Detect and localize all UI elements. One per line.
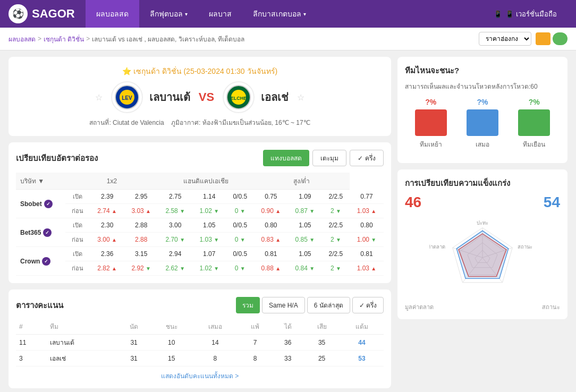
odds-hcap-low-open: 0.75 [254, 190, 288, 204]
radar-chart: ปะทะ สถานะ มูลค่าตลาด [405, 215, 560, 300]
predict-away-bar [518, 109, 550, 136]
company-badge: ✓ [43, 228, 52, 237]
chevron-down-icon-2: ▾ [303, 11, 306, 17]
pts-cell: 53 [340, 351, 384, 367]
predict-home: ?% ทีมเหย้า [415, 98, 447, 149]
tab-last6[interactable]: 6 นัดล่าสุด [307, 297, 350, 313]
predict-away-label: ทีมเยือน [523, 139, 545, 149]
odds-h3-open: 2.75 [158, 190, 192, 204]
odds-hl2-open: 0.77 [350, 190, 384, 204]
svg-text:ปะทะ: ปะทะ [477, 220, 488, 226]
match-info: สถานที่: Ciutat de Valencia ภูมิอากาศ: ท… [17, 117, 383, 127]
away-star-icon[interactable]: ☆ [297, 92, 304, 103]
strength-left-num: 46 [405, 194, 421, 211]
odds-h2-open: 2.88 [124, 218, 158, 233]
mobile-icon: 📱 [494, 10, 502, 18]
strength-card: การเปรียบเทียบความแข็งแกร่ง 46 54 [397, 169, 567, 319]
lost-cell: 7 [238, 335, 272, 351]
odds-hl1-open: 1.05 [288, 218, 322, 233]
odds-h1-close: 2.82 ▲ [90, 261, 124, 276]
row-close-label: ก่อน [65, 261, 90, 276]
odds-hcap-line-close: 0 ▼ [226, 233, 254, 247]
main-content: ⭐ เซกุนด้า ดิวิชั่น (25-03-2024 01:30 วั… [0, 50, 576, 392]
nav-item-live[interactable]: ผลบอลสด [86, 0, 139, 28]
corner-button[interactable]: เตะมุม [312, 150, 346, 166]
odds-hcap-low-close: 0.90 ▲ [254, 204, 288, 218]
home-team-side: LEV เลบานเต้ [111, 81, 190, 113]
col-team: ทีม [47, 319, 117, 335]
logo-text: SAGOR [32, 7, 75, 21]
pts-cell: 44 [340, 335, 384, 351]
gf-cell: 36 [272, 335, 303, 351]
odds-h3-close: 2.70 ▼ [158, 233, 192, 247]
breadcrumb-home[interactable]: ผลบอลสด [9, 34, 36, 44]
toggle-btn-green[interactable] [553, 32, 567, 45]
predict-home-bar [415, 109, 447, 136]
odds-hcap-low-open: 0.81 [254, 247, 288, 261]
odds-hcap-line-close: 0 ▼ [226, 261, 254, 276]
odds-h1-open: 2.36 [90, 247, 124, 261]
show-all: แสดงอันดับคะแนนทั้งหมด > [16, 371, 384, 381]
played-cell: 31 [117, 351, 151, 367]
rank-cell: 3 [16, 351, 47, 367]
match-weather: ท้องฟ้ามีเมฆเป็นส่วนน้อย, 16℃ ~ 17℃ [202, 119, 310, 126]
predict-draw: ?% เสมอ [467, 98, 498, 149]
odds-h3-open: 2.94 [158, 247, 192, 261]
svg-text:มูลค่าตลาด: มูลค่าตลาด [429, 244, 445, 250]
tab-same-ha[interactable]: Same H/A [262, 297, 305, 313]
odds-hcap-line-open: 0/0.5 [226, 218, 254, 233]
predict-draw-bar [467, 109, 498, 136]
half-button[interactable]: ✓ ครึ่ง [350, 150, 384, 166]
lost-cell: 8 [238, 351, 272, 367]
odds-hcap-open: 1.05 [192, 218, 226, 233]
breadcrumb: ผลบอลสด > เซกุนด้า ดิวิชั่น > เลบานเต้ v… [9, 34, 244, 44]
price-select[interactable]: ราคาฮ่องกง [479, 32, 531, 46]
standings-tabs: รวม Same H/A 6 นัดล่าสุด ✓ ครึ่ง [236, 297, 384, 313]
odds-h1-close: 2.74 ▲ [90, 204, 124, 218]
odds-hl-line-open: 2/2.5 [322, 190, 350, 204]
predict-bars: ?% ทีมเหย้า ?% เสมอ ?% ทีมเยือน [405, 98, 560, 149]
home-star-icon[interactable]: ☆ [95, 92, 103, 103]
nav-item-basketball[interactable]: ผลบาส [198, 0, 242, 28]
odds-buttons: แทงบอลสด เตะมุม ✓ ครึ่ง [263, 150, 384, 166]
match-teams: ☆ LEV เลบานเต้ VS เอลเช่ [17, 81, 383, 113]
odds-hcap-open: 1.14 [192, 190, 226, 204]
nav-item-basketball-league[interactable]: ลีกบาสเกตบอล ▾ [242, 0, 317, 28]
league-name: เซกุนด้า ดิวิชั่น [133, 67, 182, 75]
nav-item-mobile[interactable]: 📱 📱 เวอร์ชั่นมือถือ [483, 0, 567, 28]
odds-section: เปรียบเทียบอัตราต่อรอง แทงบอลสด เตะมุม ✓… [9, 142, 391, 283]
col-1x2: 1x2 [65, 173, 158, 190]
col-drawn: เสมอ [192, 319, 239, 335]
odds-h2-close: 2.88 [124, 233, 158, 247]
tab-half[interactable]: ✓ ครึ่ง [352, 297, 384, 313]
col-played: นัด [117, 319, 151, 335]
show-all-link[interactable]: แสดงอันดับคะแนนทั้งหมด > [161, 372, 239, 380]
predict-away-pct: ?% [529, 98, 540, 106]
tab-all[interactable]: รวม [236, 297, 260, 313]
away-team-name: เอลเช่ [261, 89, 289, 106]
radar-label-center: สถานะ [542, 302, 560, 312]
odds-hl2-open: 0.81 [350, 247, 384, 261]
odds-title: เปรียบเทียบอัตราต่อรอง [16, 152, 98, 165]
predict-draw-pct: ?% [477, 98, 488, 106]
odds-hl-line-open: 2/2.5 [322, 218, 350, 233]
toggle-btn-orange[interactable] [536, 32, 550, 45]
col-company: บริษัท ▼ [16, 173, 65, 190]
predict-subtitle: สามารถเห็นผลและจำนวนโหวตหลังการโหวต:60 [405, 81, 560, 91]
odds-hcap-low-close: 0.88 ▲ [254, 261, 288, 276]
odds-hl-line-close: 2 ▼ [322, 261, 350, 276]
odds-h1-open: 2.39 [90, 190, 124, 204]
header: ⚽ SAGOR ผลบอลสด ลีกฟุตบอล ▾ ผลบาส ลีกบาส… [0, 0, 576, 28]
row-close-label: ก่อน [65, 204, 90, 218]
odds-hl1-open: 1.09 [288, 190, 322, 204]
nav-item-league[interactable]: ลีกฟุตบอล ▾ [139, 0, 198, 28]
breadcrumb-league[interactable]: เซกุนด้า ดิวิชั่น [44, 34, 84, 44]
company-cell: Bet365 ✓ [16, 218, 65, 247]
odds-hcap-low-close: 0.83 ▲ [254, 233, 288, 247]
logo: ⚽ SAGOR [9, 4, 75, 23]
live-bet-button[interactable]: แทงบอลสด [263, 150, 309, 166]
away-team-side: เอลเช่ ELCHE [223, 81, 289, 113]
radar-labels: มูลค่าตลาด สถานะ [405, 302, 560, 312]
match-card: ⭐ เซกุนด้า ดิวิชั่น (25-03-2024 01:30 วั… [9, 57, 391, 136]
odds-table: บริษัท ▼ 1x2 แฮนดิแคปเอเชีย สูง/ต่ำ Sbob… [16, 173, 384, 276]
